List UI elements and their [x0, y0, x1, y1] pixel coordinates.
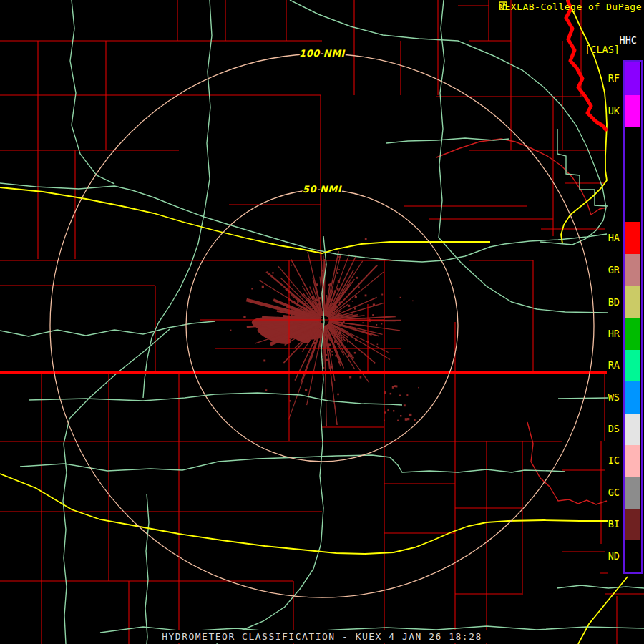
echo-pixel — [400, 297, 401, 298]
banner: NEXLAB-College of DuPage — [499, 1, 642, 12]
echo-pixel — [317, 338, 318, 339]
echo-pixel — [314, 309, 316, 311]
echo-pixel — [310, 336, 311, 337]
echo-pixel — [372, 314, 374, 316]
echo-pixel — [265, 389, 267, 391]
echo-pixel — [336, 272, 338, 274]
echo-pixel — [262, 286, 264, 288]
echo-pixel — [418, 387, 419, 389]
echo-pixel — [312, 327, 313, 328]
echo-pixel — [331, 338, 333, 339]
echo-pixel — [338, 332, 341, 334]
echo-pixel — [326, 307, 328, 309]
echo-pixel — [390, 393, 392, 395]
echo-pixel — [317, 291, 318, 292]
range-ring-label-100nmi: 100 NMI — [299, 48, 345, 59]
echo-pixel — [348, 355, 350, 357]
echo-pixel — [352, 301, 353, 302]
echo-pixel — [347, 341, 348, 343]
radar-screen: RFUKHAGRBDHRRAWSDSICGCBIND NEXLAB-Colleg… — [0, 0, 644, 644]
echo-pixel — [341, 323, 343, 326]
echo-pixel — [302, 295, 304, 297]
echo-pixel — [376, 324, 377, 326]
echo-pixel — [306, 331, 307, 332]
echo-pixel — [397, 420, 399, 421]
echo-pixel — [312, 296, 314, 298]
echo-pixel — [333, 346, 334, 347]
echo-pixel — [309, 352, 311, 353]
echo-pixel — [334, 340, 337, 343]
echo-pixel — [332, 354, 333, 356]
echo-pixel — [328, 284, 331, 286]
echo-pixel — [343, 293, 344, 295]
highway-green — [557, 129, 608, 206]
echo-pixel — [291, 314, 293, 316]
echo-pixel — [273, 324, 275, 326]
echo-pixel — [297, 301, 299, 303]
echo-pixel — [334, 335, 336, 337]
echo-pixel — [334, 291, 336, 293]
product-caption: HYDROMETEOR CLASSIFICATION - KUEX 4 JAN … — [155, 630, 489, 643]
banner-title: NEXLAB-College of DuPage — [499, 1, 642, 12]
echo-pixel — [404, 404, 406, 406]
echo-pixel — [354, 352, 356, 354]
echo-pixel — [309, 356, 311, 357]
highway-green — [557, 585, 644, 588]
echo-pixel — [349, 376, 351, 378]
echo-pixel — [338, 361, 341, 364]
echo-pixel — [325, 338, 326, 340]
echo-pixel — [400, 415, 401, 416]
echo-pixel — [358, 286, 360, 288]
echo-pixel — [399, 395, 401, 397]
echo-pixel — [251, 288, 253, 289]
echo-pixel — [412, 301, 414, 302]
echo-pixel — [326, 359, 328, 361]
echo-pixel — [354, 308, 356, 310]
echo-pixel — [373, 304, 375, 306]
echo-pixel — [348, 305, 350, 307]
highway-green — [0, 321, 215, 336]
echo-pixel — [303, 317, 304, 318]
echo-pixel — [331, 366, 333, 369]
echo-pixel — [323, 336, 326, 338]
echo-pixel — [326, 336, 328, 338]
echo-pixel — [335, 306, 337, 308]
echo-pixel — [406, 394, 408, 396]
echo-pixel — [312, 333, 313, 335]
echo-pixel — [291, 265, 292, 266]
echo-pixel — [331, 351, 333, 353]
echo-pixel — [328, 337, 331, 339]
highway-green — [145, 494, 149, 644]
echo-pixel — [362, 322, 364, 323]
echo-pixel — [286, 316, 288, 317]
echo-pixel — [313, 305, 315, 307]
echo-pixel — [308, 323, 309, 325]
echo-pixel — [409, 414, 412, 416]
echo-pixel — [289, 400, 291, 401]
echo-pixel — [328, 343, 331, 346]
echo-pixel — [396, 386, 398, 388]
echo-pixel — [291, 321, 293, 323]
range-ring-label-50nmi: 50 NMI — [303, 184, 341, 195]
echo-pixel — [365, 238, 367, 240]
echo-pixel — [320, 344, 321, 346]
state-line — [566, 0, 607, 131]
echo-pixel — [283, 272, 284, 273]
radar-map — [0, 0, 644, 644]
highway-green — [143, 0, 212, 398]
echo-pixel — [355, 296, 357, 298]
echo-pixel — [407, 418, 409, 420]
echo-pixel — [307, 313, 309, 315]
echo-pixel — [335, 355, 337, 357]
echo-pixel — [381, 294, 383, 296]
highway-green — [63, 329, 170, 644]
echo-pixel — [355, 339, 357, 341]
echo-pixel — [316, 283, 318, 286]
echo-pixel — [337, 343, 339, 345]
echo-pixel — [338, 269, 340, 270]
echo-pixel — [263, 360, 265, 362]
highway-green — [439, 0, 444, 238]
echo-pixel — [243, 316, 245, 318]
echo-pixel — [325, 334, 327, 336]
echo-pixel — [316, 299, 317, 301]
